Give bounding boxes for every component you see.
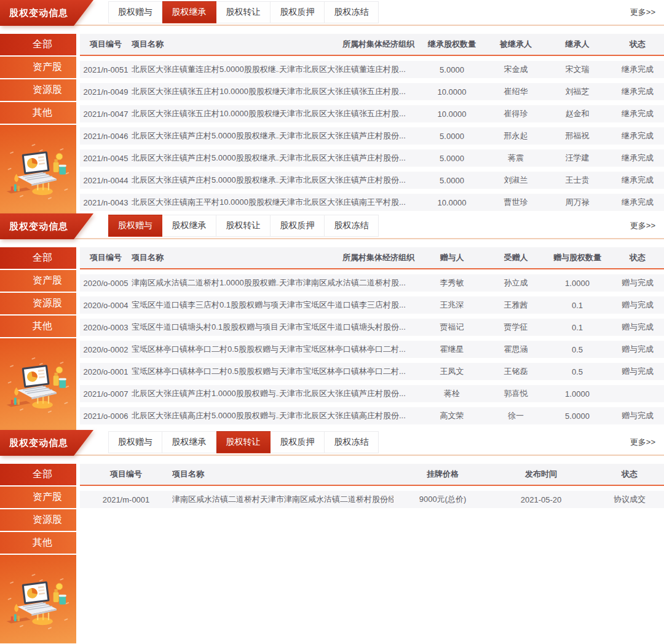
panel-header: 股权变动信息 股权赠与股权继承股权转让股权质押股权冻结 更多>> (0, 430, 664, 456)
cell: 津南区咸水沽镇二道桥村1.0000股股权赠... (132, 277, 279, 288)
tab-gift[interactable]: 股权赠与 (108, 1, 162, 23)
table-row[interactable]: 2021/n-0044北辰区大张庄镇芦庄村5.0000股股权继承...天津市北辰… (80, 172, 664, 189)
tab-pledge[interactable]: 股权质押 (271, 215, 325, 237)
tab-strip: 股权赠与股权继承股权转让股权质押股权冻结 (108, 430, 379, 455)
data-table: 项目编号项目名称所属村集体经济组织赠与人受赠人赠与股权数量状态 2020/o-0… (80, 247, 664, 430)
cell: 天津市北辰区大张庄镇芦庄村股份... (279, 388, 418, 399)
cell: 2021-05-20 (492, 495, 590, 504)
tab-pledge[interactable]: 股权质押 (271, 431, 325, 453)
sidebar-item-all[interactable]: 全部 (0, 464, 76, 485)
sidebar-item-other[interactable]: 其他 (0, 102, 76, 124)
tab-transfer[interactable]: 股权转让 (216, 215, 271, 237)
sidebar-item-other[interactable]: 其他 (0, 316, 76, 337)
table-row[interactable]: 2020/o-0001宝坻区林亭口镇林亭口二村0.5股股权赠与...天津市宝坻区… (80, 363, 664, 380)
table-row[interactable]: 2021/n-0045北辰区大张庄镇芦庄村5.0000股股权继承...天津市北辰… (80, 149, 664, 167)
tab-transfer[interactable]: 股权转让 (216, 1, 271, 23)
column-header: 所属村集体经济组织 (279, 39, 418, 50)
tab-gift[interactable]: 股权赠与 (108, 215, 162, 237)
cell: 2021/n-0043 (80, 198, 132, 207)
cell: 2021/n-0049 (80, 87, 132, 97)
cell: 宝坻区牛道口镇李三店村0.1股股权赠与项目 (132, 300, 279, 311)
cell: 2021/o-0006 (80, 411, 132, 421)
cell: 徐一 (486, 410, 546, 421)
cell: 5.0000 (418, 65, 486, 74)
column-header: 挂牌价格 (393, 469, 492, 480)
cell: 天津市北辰区大张庄镇董连庄村股... (279, 64, 418, 75)
tab-pledge[interactable]: 股权质押 (271, 1, 325, 23)
sidebar-item-asset[interactable]: 资产股 (0, 57, 76, 78)
cell: 继承完成 (609, 175, 664, 186)
table-row[interactable]: 2021/n-0051北辰区大张庄镇董连庄村5.0000股股权继...天津市北辰… (80, 61, 664, 78)
table-row[interactable]: 2021/n-0049北辰区大张庄镇张五庄村10.0000股股权继...天津市北… (80, 83, 664, 100)
cell: 孙立成 (486, 277, 546, 288)
cell: 王雅茜 (486, 300, 546, 311)
column-header: 状态 (609, 39, 664, 50)
cell: 郭喜悦 (486, 388, 546, 399)
cell: 5.0000 (418, 132, 486, 141)
cell: 2020/o-0005 (80, 279, 132, 288)
table-row[interactable]: 2020/o-0004宝坻区牛道口镇李三店村0.1股股权赠与项目天津市宝坻区牛道… (80, 296, 664, 314)
sidebar-item-all[interactable]: 全部 (0, 34, 76, 55)
cell: 2021/n-0051 (80, 65, 132, 74)
sidebar-item-asset[interactable]: 资产股 (0, 487, 76, 508)
sidebar-item-asset[interactable]: 资产股 (0, 270, 76, 292)
column-header: 继承股权数量 (418, 39, 486, 50)
cell: 赵金和 (546, 108, 609, 119)
panel-title: 股权变动信息 (9, 221, 68, 233)
cell: 北辰区大张庄镇芦庄村5.0000股股权继承... (132, 153, 279, 164)
table-row[interactable]: 2021/o-0006北辰区大张庄镇高庄村5.0000股股权赠与...天津市北辰… (80, 407, 664, 424)
column-header: 项目名称 (132, 252, 279, 263)
cell: 天津市北辰区大张庄镇高庄村股份... (279, 410, 418, 421)
category-sidebar: 全部资产股资源股其他 (0, 464, 76, 643)
panel-title: 股权变动信息 (9, 437, 68, 449)
column-header: 项目编号 (80, 39, 132, 50)
column-header: 被继承人 (486, 39, 546, 50)
table-row[interactable]: 2021/n-0043北辰区大张庄镇南王平村10.0000股股权继...天津市北… (80, 194, 664, 211)
laptop-analytics-illustration (6, 141, 71, 205)
cell: 高文荣 (418, 410, 486, 421)
tab-inherit[interactable]: 股权继承 (162, 1, 216, 23)
table-header-row: 项目编号项目名称挂牌价格发布时间状态 (80, 464, 664, 486)
column-header: 赠与股权数量 (546, 252, 609, 263)
more-link[interactable]: 更多>> (630, 0, 655, 25)
sidebar-item-all[interactable]: 全部 (0, 247, 76, 269)
table-row[interactable]: 2021/n-0047北辰区大张庄镇张五庄村10.0000股股权继...天津市北… (80, 105, 664, 122)
laptop-analytics-illustration (6, 354, 71, 418)
table-row[interactable]: 2020/o-0002宝坻区林亭口镇林亭口二村0.5股股权赠与...天津市宝坻区… (80, 341, 664, 358)
sidebar-item-other[interactable]: 其他 (0, 532, 76, 554)
sidebar-item-resource[interactable]: 资源股 (0, 79, 76, 101)
cell: 2021/m-0001 (80, 495, 172, 504)
cell: 津南区咸水沽镇二道桥村天津市津南区咸水沽镇二道桥村股份经... (172, 494, 393, 505)
more-link[interactable]: 更多>> (630, 213, 655, 238)
table-row[interactable]: 2021/o-0007北辰区大张庄镇芦庄村1.0000股股权赠与...天津市北辰… (80, 385, 664, 402)
tab-freeze[interactable]: 股权冻结 (325, 1, 379, 23)
table-row[interactable]: 2021/n-0046北辰区大张庄镇芦庄村5.0000股股权继承...天津市北辰… (80, 127, 664, 145)
sidebar-item-resource[interactable]: 资源股 (0, 509, 76, 531)
table-row[interactable]: 2020/o-0005津南区咸水沽镇二道桥村1.0000股股权赠...天津市津南… (80, 274, 664, 292)
tab-inherit[interactable]: 股权继承 (162, 431, 216, 453)
tab-freeze[interactable]: 股权冻结 (325, 215, 379, 237)
panel-gift: 股权变动信息 股权赠与股权继承股权转让股权质押股权冻结 更多>> 全部资产股资源… (0, 213, 664, 430)
cell: 2021/o-0007 (80, 389, 132, 399)
cell: 协议成交 (590, 494, 664, 505)
cell: 1.0000 (546, 279, 609, 288)
cell: 宋金成 (486, 64, 546, 75)
cell: 0.5 (546, 345, 609, 354)
cell: 5.0000 (418, 176, 486, 185)
tab-inherit[interactable]: 股权继承 (162, 215, 216, 237)
cell: 宋文瑞 (546, 64, 609, 75)
more-link[interactable]: 更多>> (630, 430, 655, 455)
tab-transfer[interactable]: 股权转让 (216, 431, 271, 453)
cell: 赠与完成 (609, 322, 664, 333)
cell: 宝坻区林亭口镇林亭口二村0.5股股权赠与... (132, 366, 279, 377)
tab-freeze[interactable]: 股权冻结 (325, 431, 379, 453)
table-row[interactable]: 2021/m-0001津南区咸水沽镇二道桥村天津市津南区咸水沽镇二道桥村股份经.… (80, 491, 664, 508)
cell: 天津市津南区咸水沽镇二道桥村股... (279, 277, 418, 288)
cell: 10.0000 (418, 109, 486, 119)
table-row[interactable]: 2020/o-0003宝坻区牛道口镇塘头村0.1股股权赠与项目天津市宝坻区牛道口… (80, 319, 664, 336)
sidebar-item-resource[interactable]: 资源股 (0, 293, 76, 314)
cell: 李秀敏 (418, 277, 486, 288)
category-sidebar: 全部资产股资源股其他 (0, 34, 76, 213)
tab-gift[interactable]: 股权赠与 (108, 431, 162, 453)
page-root: 股权变动信息 股权赠与股权继承股权转让股权质押股权冻结 更多>> 全部资产股资源… (0, 0, 664, 643)
